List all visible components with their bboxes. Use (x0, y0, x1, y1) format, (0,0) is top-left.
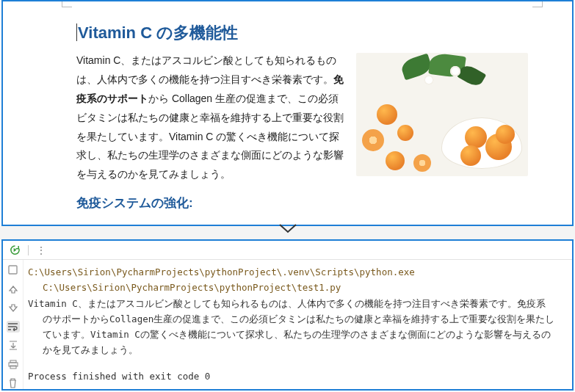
inline-image-apricots[interactable] (356, 53, 528, 176)
soft-wrap-button[interactable] (7, 321, 20, 333)
pane-splitter[interactable] (0, 226, 575, 241)
stop-button[interactable] (7, 264, 20, 276)
toolbar-separator (28, 245, 29, 255)
print-icon (8, 360, 18, 369)
text-cursor (76, 23, 77, 41)
document-editor-pane[interactable]: Vitamin C の多機能性 Vitamin C、またはアスコルビン酸としても… (1, 0, 574, 226)
soft-wrap-icon (7, 322, 18, 331)
down-arrow-icon (8, 303, 18, 312)
script-path: C:\Users\Sirion\PycharmProjects\pythonPr… (28, 280, 565, 295)
scroll-to-end-button[interactable] (7, 340, 20, 352)
stop-icon (8, 265, 18, 275)
stdout-line: Vitamin C、またはアスコルビン酸としても知られるものは、人体内で多くの機… (28, 296, 565, 358)
clear-all-button[interactable] (7, 377, 20, 389)
exit-code-line: Process finished with exit code 0 (28, 369, 565, 384)
splitter-chevron-icon (278, 223, 297, 235)
down-stack-button[interactable] (7, 302, 20, 313)
console-output[interactable]: C:\Users\Sirion\PycharmProjects\pythonPr… (23, 260, 572, 389)
interpreter-path: C:\Users\Sirion\PycharmProjects\pythonPr… (28, 266, 415, 277)
up-arrow-icon (8, 285, 18, 294)
heading-2[interactable]: 免疫システムの強化: (76, 195, 543, 211)
run-gutter (3, 260, 23, 389)
run-tool-window: ⋮ C:\Users\Sirion\PycharmProjects\python… (1, 239, 574, 391)
rerun-icon (10, 244, 21, 255)
trash-icon (8, 378, 18, 388)
document-page: Vitamin C の多機能性 Vitamin C、またはアスコルビン酸としても… (62, 1, 543, 225)
rerun-button[interactable] (9, 244, 21, 256)
more-actions-button[interactable]: ⋮ (36, 244, 47, 256)
print-button[interactable] (7, 359, 20, 371)
page-margin-guide (62, 1, 543, 7)
scroll-to-end-icon (8, 341, 18, 350)
svg-rect-0 (9, 266, 17, 274)
up-stack-button[interactable] (7, 283, 20, 295)
heading-1[interactable]: Vitamin C の多機能性 (76, 22, 543, 44)
body-paragraph[interactable]: Vitamin C、またはアスコルビン酸としても知られるものは、人体内で多くの機… (76, 51, 346, 184)
run-toolbar: ⋮ (3, 241, 572, 260)
